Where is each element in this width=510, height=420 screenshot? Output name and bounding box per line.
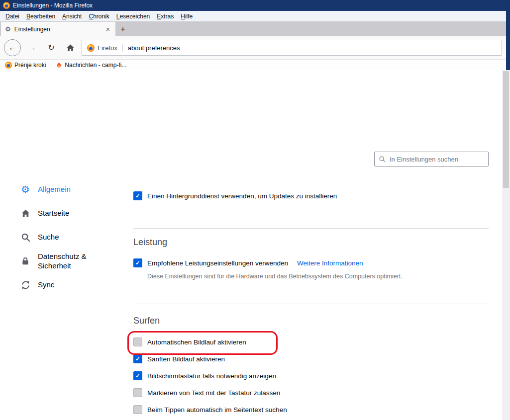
sidebar-item-label: Datenschutz & Sicherheit <box>38 252 112 271</box>
home-icon <box>20 209 31 218</box>
menu-bearbeiten[interactable]: Bearbeiten <box>23 11 59 21</box>
firefox-bookmark-icon <box>5 62 12 69</box>
checkbox-label: Automatischen Bildlauf aktivieren <box>147 338 246 346</box>
new-tab-button[interactable]: + <box>115 22 130 36</box>
sync-icon <box>20 280 31 290</box>
bookmark-nachrichten[interactable]: Nachrichten - camp-fi... <box>56 62 126 69</box>
checkbox-smooth-scroll[interactable] <box>133 354 142 363</box>
home-icon <box>66 44 75 52</box>
settings-search-box[interactable] <box>374 152 489 167</box>
checkbox-label: Bildschirmtastatur falls notwendig anzei… <box>147 372 276 380</box>
firefox-app-icon <box>3 2 10 9</box>
menu-bar: Datei Bearbeiten Ansicht Chronik Lesezei… <box>0 11 506 21</box>
checkbox-label: Einen Hintergrunddienst verwenden, um Up… <box>147 192 337 200</box>
checkbox-caret-browsing[interactable] <box>133 388 142 397</box>
fire-icon <box>56 62 62 69</box>
menu-lesezeichen[interactable]: Lesezeichen <box>113 11 153 21</box>
bookmark-label: Prénje kroki <box>14 62 46 69</box>
page-scrollbar[interactable] <box>502 70 510 420</box>
lock-icon <box>20 256 31 265</box>
menu-datei[interactable]: Datei <box>2 11 23 21</box>
pref-row-autoscroll: Automatischen Bildlauf aktivieren <box>133 336 246 348</box>
settings-search-input[interactable] <box>389 155 484 164</box>
checkbox-onscreen-keyboard[interactable] <box>133 371 142 380</box>
back-button[interactable]: ← <box>4 39 21 56</box>
section-divider <box>133 304 489 304</box>
checkbox-label: Sanften Bildlauf aktivieren <box>147 355 225 363</box>
sidebar-item-label: Allgemein <box>38 184 71 194</box>
window-title: Einstellungen - Mozilla Firefox <box>13 2 93 9</box>
bookmark-prenje-kroki[interactable]: Prénje kroki <box>5 62 46 69</box>
pref-row-find-as-you-type: Beim Tippen automatisch im Seitentext su… <box>133 404 287 416</box>
pref-row-caret-browsing: Markieren von Text mit der Tastatur zula… <box>133 387 280 399</box>
sidebar-item-startseite[interactable]: Startseite <box>20 203 127 223</box>
checkbox-label: Markieren von Text mit der Tastatur zula… <box>147 389 280 397</box>
tab-close-icon[interactable]: × <box>104 25 111 33</box>
bookmark-label: Nachrichten - camp-fi... <box>65 62 126 69</box>
sidebar-item-sync[interactable]: Sync <box>20 275 127 295</box>
sidebar-item-label: Startseite <box>38 208 69 218</box>
checkbox-autoscroll[interactable] <box>133 337 142 346</box>
menu-hilfe[interactable]: Hilfe <box>177 11 196 21</box>
learn-more-link[interactable]: Weitere Informationen <box>297 259 363 267</box>
reload-button[interactable]: ↻ <box>44 40 59 55</box>
section-title-surfen: Surfen <box>133 316 160 326</box>
pref-row-smooth-scroll: Sanften Bildlauf aktivieren <box>133 353 225 365</box>
sidebar-item-allgemein[interactable]: ⚙ Allgemein <box>20 179 127 199</box>
preferences-sidebar: ⚙ Allgemein Startseite Suche <box>20 179 127 295</box>
checkbox-label: Empfohlene Leistungseinstellungen verwen… <box>147 259 288 267</box>
tab-bar: ⚙ Einstellungen × + <box>0 21 506 36</box>
identity-box[interactable]: Firefox <box>87 44 123 52</box>
search-icon <box>379 156 386 163</box>
checkbox-label: Beim Tippen automatisch im Seitentext su… <box>147 406 287 414</box>
menu-extras[interactable]: Extras <box>153 11 177 21</box>
sidebar-item-label: Suche <box>38 232 59 242</box>
checkbox-performance[interactable] <box>133 258 142 267</box>
url-bar[interactable]: Firefox about:preferences <box>82 40 502 56</box>
menu-ansicht[interactable]: Ansicht <box>59 11 85 21</box>
sidebar-item-label: Sync <box>38 280 54 290</box>
url-text: about:preferences <box>128 44 180 52</box>
firefox-identity-icon <box>87 44 95 52</box>
preferences-page: ⚙ Allgemein Startseite Suche <box>0 70 502 420</box>
search-icon <box>20 233 31 242</box>
scrollbar-thumb[interactable] <box>503 71 509 188</box>
home-button[interactable] <box>63 40 78 55</box>
menu-chronik[interactable]: Chronik <box>85 11 112 21</box>
performance-description: Diese Einstellungen sind für die Hardwar… <box>147 273 403 280</box>
tab-label: Einstellungen <box>14 26 101 33</box>
pref-row-update-service: Einen Hintergrunddienst verwenden, um Up… <box>133 190 337 202</box>
pref-row-performance: Empfohlene Leistungseinstellungen verwen… <box>133 257 363 269</box>
sidebar-item-datenschutz[interactable]: Datenschutz & Sicherheit <box>20 251 127 271</box>
desktop-background-strip <box>506 0 510 70</box>
identity-label: Firefox <box>98 44 117 52</box>
window-titlebar: Einstellungen - Mozilla Firefox <box>0 0 510 11</box>
gear-icon: ⚙ <box>20 184 31 194</box>
bookmarks-toolbar: Prénje kroki Nachrichten - camp-fi... <box>0 60 506 71</box>
sidebar-item-suche[interactable]: Suche <box>20 227 127 247</box>
checkbox-find-as-you-type[interactable] <box>133 405 142 414</box>
section-divider <box>133 228 489 229</box>
forward-button[interactable]: → <box>25 40 40 55</box>
tab-einstellungen[interactable]: ⚙ Einstellungen × <box>1 22 115 36</box>
section-title-leistung: Leistung <box>133 237 167 248</box>
navigation-toolbar: ← → ↻ Firefox about:preferences <box>0 36 506 60</box>
pref-row-onscreen-keyboard: Bildschirmtastatur falls notwendig anzei… <box>133 370 276 382</box>
gear-icon: ⚙ <box>5 26 11 32</box>
checkbox-update-service[interactable] <box>133 191 142 200</box>
